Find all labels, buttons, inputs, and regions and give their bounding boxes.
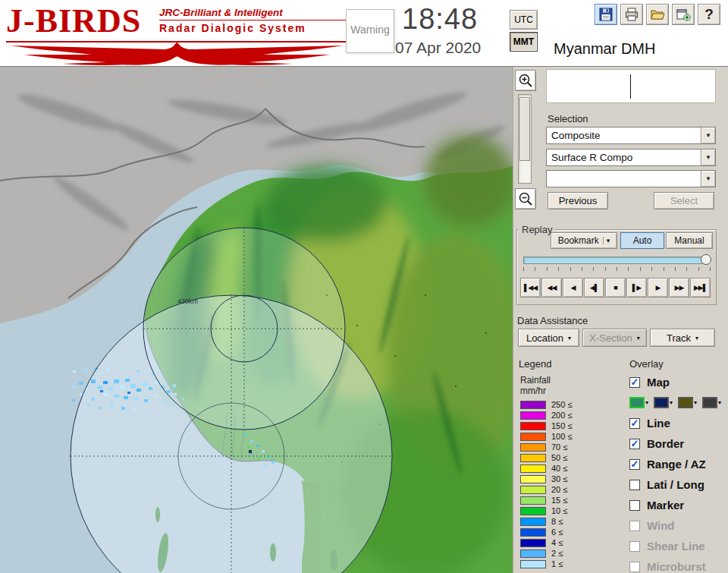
fast-forward-button[interactable]: ▶▶ <box>669 278 689 298</box>
checkbox-unchecked[interactable] <box>629 521 640 531</box>
location-button[interactable]: Location ▾ <box>518 329 579 347</box>
station-text-input[interactable] <box>546 69 716 103</box>
slider-tick <box>686 267 687 271</box>
warning-panel[interactable]: Warning <box>346 9 394 53</box>
replay-timeline-slider[interactable] <box>523 257 705 264</box>
save-icon <box>598 7 613 22</box>
checkbox-checked[interactable]: ✓ <box>629 377 640 388</box>
header-bar: J-BIRDS JRC-Brilliant & Intelligent Rada… <box>0 0 728 67</box>
overlay-item-border[interactable]: ✓Border <box>629 433 726 454</box>
x-section-button[interactable]: X-Section ▾ <box>582 329 647 347</box>
logo-subtitle-line2: Radar Dialogic System <box>159 20 346 34</box>
slider-tick <box>675 267 676 271</box>
checkbox-unchecked[interactable] <box>629 562 640 572</box>
legend-unit-line2: mm/hr <box>520 386 546 396</box>
zoom-scrollbar-thumb[interactable] <box>519 97 530 161</box>
track-button-label: Track <box>667 332 691 344</box>
chevron-down-icon[interactable]: ▾ <box>568 335 571 342</box>
checkbox-checked[interactable]: ✓ <box>629 418 640 429</box>
radar-map[interactable]: 430km <box>0 67 513 573</box>
legend-color-swatch <box>520 401 546 409</box>
map-style-swatches: ▾▾▾▾ <box>629 392 726 413</box>
chevron-down-icon[interactable]: ▼ <box>701 128 715 143</box>
timezone-utc-button[interactable]: UTC <box>510 10 538 30</box>
chevron-down-icon[interactable]: ▾ <box>670 399 673 406</box>
playback-controls: ▌◀◀◀◀◀◀▌■▌▶▶▶▶▶▶▌ <box>520 278 711 298</box>
legend-color-swatch <box>520 411 546 420</box>
zoom-out-button[interactable] <box>515 188 536 209</box>
auto-button[interactable]: Auto <box>620 232 664 249</box>
empty-dropdown[interactable]: ▼ <box>546 170 716 187</box>
stop-button[interactable]: ■ <box>605 278 626 298</box>
checkbox-unchecked[interactable] <box>629 500 640 511</box>
chevron-down-icon[interactable]: ▾ <box>645 399 648 406</box>
chevron-down-icon[interactable]: ▾ <box>718 399 721 406</box>
overlay-label: Map <box>647 376 670 389</box>
chevron-down-icon[interactable]: ▾ <box>695 335 698 342</box>
bookmark-button[interactable]: Bookmark ▾ <box>551 232 617 249</box>
play-forward-button[interactable]: ▶ <box>648 278 668 298</box>
overlay-item-range-az[interactable]: ✓Range / AZ <box>629 454 726 474</box>
skip-to-end-button[interactable]: ▶▶▌ <box>690 278 711 298</box>
chevron-down-icon[interactable]: ▼ <box>701 171 715 187</box>
overlay-label: Line <box>647 417 670 430</box>
zoom-scrollbar[interactable] <box>518 94 532 184</box>
legend-row-10: 10 ≤ <box>520 505 572 516</box>
track-button[interactable]: Track ▾ <box>650 329 715 347</box>
legend-value: 2 ≤ <box>551 549 563 558</box>
chevron-down-icon[interactable]: ▾ <box>603 237 610 244</box>
overlay-item-shear-line[interactable]: Shear Line <box>629 536 726 556</box>
map-style-dark-swatch[interactable] <box>702 397 717 408</box>
replay-slider-handle[interactable] <box>701 254 711 265</box>
play-reverse-button[interactable]: ◀ <box>563 278 583 298</box>
legend-row-30: 30 ≤ <box>520 474 572 484</box>
map-style-terrain-swatch[interactable] <box>629 397 645 408</box>
chevron-down-icon[interactable]: ▾ <box>694 399 697 406</box>
slider-tick <box>664 267 664 271</box>
overlay-label: Range / AZ <box>647 458 706 471</box>
map-style-navy-swatch[interactable] <box>654 397 669 408</box>
overlay-item-marker[interactable]: Marker <box>629 495 726 515</box>
save-button[interactable] <box>595 4 617 25</box>
checkbox-unchecked[interactable] <box>629 480 640 490</box>
print-button[interactable] <box>620 4 643 25</box>
chevron-down-icon[interactable]: ▾ <box>637 335 640 342</box>
overlay-label: Border <box>647 437 684 450</box>
timezone-mmt-button[interactable]: MMT <box>510 32 538 52</box>
step-forward-button[interactable]: ▌▶ <box>626 278 647 298</box>
previous-button[interactable]: Previous <box>548 192 608 209</box>
overlay-item-line[interactable]: ✓Line <box>629 413 726 433</box>
zoom-in-button[interactable] <box>515 70 536 91</box>
map-style-olive-swatch[interactable] <box>678 397 693 408</box>
product-dropdown[interactable]: Surface R Compo ▼ <box>546 149 716 166</box>
overlay-item-lati-long[interactable]: Lati / Long <box>629 474 726 495</box>
select-button[interactable]: Select <box>654 192 714 209</box>
legend-color-swatch <box>520 496 546 505</box>
overlay-item-wind[interactable]: Wind <box>629 515 726 536</box>
slider-tick <box>547 267 548 271</box>
overlay-item-map[interactable]: ✓Map <box>629 372 726 392</box>
help-button[interactable]: ? <box>698 4 720 25</box>
export-button[interactable] <box>672 4 695 25</box>
legend-row-6: 6 ≤ <box>520 527 572 537</box>
legend-value: 150 ≤ <box>551 421 572 430</box>
chevron-down-icon[interactable]: ▼ <box>701 150 715 165</box>
legend-value: 40 ≤ <box>551 464 567 473</box>
legend-value: 6 ≤ <box>551 527 563 537</box>
skip-to-start-button[interactable]: ▌◀◀ <box>520 278 541 298</box>
selection-label: Selection <box>548 113 588 124</box>
fast-rewind-button[interactable]: ◀◀ <box>541 278 562 298</box>
manual-button[interactable]: Manual <box>666 232 713 249</box>
legend-row-40: 40 ≤ <box>520 463 572 474</box>
jbirds-app: J-BIRDS JRC-Brilliant & Intelligent Rada… <box>0 0 728 573</box>
product-dropdown-value: Surface R Compo <box>547 152 701 163</box>
composite-dropdown[interactable]: Composite ▼ <box>546 127 716 144</box>
overlay-item-microburst[interactable]: Microburst <box>629 556 726 573</box>
legend-row-15: 15 ≤ <box>520 495 572 505</box>
checkbox-checked[interactable]: ✓ <box>629 439 640 449</box>
open-folder-button[interactable] <box>646 4 669 25</box>
checkbox-unchecked[interactable] <box>629 541 640 552</box>
step-back-button[interactable]: ◀▌ <box>584 278 604 298</box>
data-assistance-label: Data Assistance <box>517 315 588 326</box>
checkbox-checked[interactable]: ✓ <box>629 459 640 470</box>
